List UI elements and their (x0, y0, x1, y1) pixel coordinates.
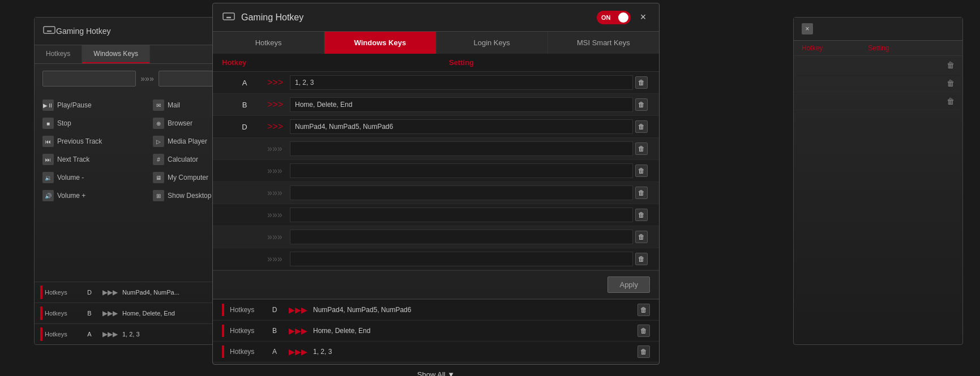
bottom-type-2: Hotkeys (230, 348, 264, 356)
media-item-volume-down[interactable]: 🔉 Volume - (42, 170, 142, 185)
td-arrow-5: »»» (267, 188, 290, 198)
arrow-right-icon: »»» (140, 74, 153, 83)
right-delete-0[interactable]: 🗑 (947, 60, 955, 70)
td-del-8: 🗑 (633, 253, 650, 265)
volume-down-icon: 🔉 (42, 172, 54, 183)
right-col-hotkey: Hotkey (802, 44, 823, 52)
td-setting-5[interactable] (290, 185, 633, 200)
mail-icon: ✉ (153, 100, 164, 111)
bottom-key-0: D (266, 306, 283, 314)
footer-key-0: D (81, 289, 98, 296)
delete-row-5[interactable]: 🗑 (635, 187, 648, 199)
td-setting-6[interactable] (290, 208, 633, 222)
footer-value-1: Home, Delete, End (122, 310, 175, 317)
bottom-arrow-1: ▶▶▶ (285, 326, 311, 335)
footer-value-0: NumPad4, NumPa... (122, 289, 179, 296)
bottom-tag-1 (222, 325, 224, 337)
tab-hotkeys[interactable]: Hotkeys (213, 32, 324, 54)
right-close-button[interactable]: × (802, 23, 813, 34)
delete-row-1[interactable]: 🗑 (635, 98, 648, 111)
td-arrow-2: >>> (267, 122, 290, 132)
volume-up-icon: 🔊 (42, 190, 54, 201)
media-item-volume-up[interactable]: 🔊 Volume + (42, 188, 142, 203)
toggle-switch[interactable]: ON (597, 11, 631, 24)
tab-windows-keys[interactable]: Windows Keys (324, 32, 436, 54)
apply-button[interactable]: Apply (607, 276, 650, 293)
bottom-key-2: A (266, 348, 283, 356)
table-row-0: A >>> 1, 2, 3 🗑 (213, 72, 659, 94)
td-del-7: 🗑 (633, 231, 650, 243)
td-arrow-6: »»» (267, 210, 290, 220)
next-track-icon: ⏭ (42, 154, 54, 165)
right-col-setting: Setting (868, 44, 889, 52)
bottom-delete-2[interactable]: 🗑 (637, 345, 650, 358)
table-header-row: Hotkey Setting (213, 54, 659, 72)
footer-type-0: Hotkeys (45, 289, 79, 296)
bottom-tag-0 (222, 304, 224, 316)
bg-panel-title: Gaming Hotkey (56, 27, 110, 36)
footer-type-1: Hotkeys (45, 310, 79, 317)
prev-track-icon: ⏮ (42, 136, 54, 147)
tab-msi-smart-keys[interactable]: MSI Smart Keys (548, 32, 659, 54)
bottom-arrow-0: ▶▶▶ (285, 305, 311, 314)
delete-row-6[interactable]: 🗑 (635, 209, 648, 221)
footer-arrow-1: ▶▶▶ (100, 309, 120, 317)
delete-row-4[interactable]: 🗑 (635, 165, 648, 177)
media-item-playpause[interactable]: ▶⏸ Play/Pause (42, 98, 142, 113)
bottom-value-1: Home, Delete, End (313, 327, 635, 335)
keyboard-icon (42, 23, 56, 39)
bottom-value-2: 1, 2, 3 (313, 348, 635, 356)
tab-login-keys[interactable]: Login Keys (436, 32, 548, 54)
delete-row-0[interactable]: 🗑 (635, 76, 648, 89)
delete-row-7[interactable]: 🗑 (635, 231, 648, 243)
table-row-2: D >>> NumPad4, NumPad5, NumPad6 🗑 (213, 116, 659, 138)
table-row-5: »»» 🗑 (213, 182, 659, 204)
media-item-next-track[interactable]: ⏭ Next Track (42, 152, 142, 167)
dialog-tabs: Hotkeys Windows Keys Login Keys MSI Smar… (213, 32, 659, 54)
main-dialog: Gaming Hotkey ON × Hotkeys Windows Keys … (212, 3, 660, 365)
bottom-tag-2 (222, 345, 224, 358)
bottom-row-1: Hotkeys B ▶▶▶ Home, Delete, End 🗑 (213, 321, 659, 342)
delete-row-3[interactable]: 🗑 (635, 142, 648, 155)
td-hotkey-1: B (222, 101, 267, 109)
footer-tag-0 (40, 286, 42, 299)
dialog-close-button[interactable]: × (636, 11, 650, 24)
td-setting-4[interactable] (290, 163, 633, 178)
bottom-delete-1[interactable]: 🗑 (637, 325, 650, 337)
delete-row-8[interactable]: 🗑 (635, 253, 648, 265)
playpause-icon: ▶⏸ (42, 100, 54, 111)
media-item-stop[interactable]: ■ Stop (42, 116, 142, 131)
td-setting-2[interactable]: NumPad4, NumPad5, NumPad6 (290, 119, 633, 134)
footer-tag-2 (40, 327, 42, 341)
delete-row-2[interactable]: 🗑 (635, 120, 648, 133)
th-setting: Setting (290, 58, 633, 67)
td-setting-1[interactable]: Home, Delete, End (290, 97, 633, 112)
td-setting-3[interactable] (290, 141, 633, 156)
td-setting-8[interactable] (290, 252, 633, 266)
my-computer-icon: 🖥 (153, 172, 164, 183)
bg-panel-tab-windows-keys[interactable]: Windows Keys (82, 45, 150, 63)
svg-rect-0 (44, 27, 55, 33)
media-item-prev-track[interactable]: ⏮ Previous Track (42, 134, 142, 149)
td-del-3: 🗑 (633, 142, 650, 155)
right-delete-2[interactable]: 🗑 (947, 97, 955, 106)
show-all-button[interactable]: Show All ▼ (417, 370, 455, 376)
table-row-8: »»» 🗑 (213, 248, 659, 270)
table-row-7: »»» 🗑 (213, 226, 659, 248)
show-desktop-icon: ⊞ (153, 190, 164, 201)
footer-arrow-2: ▶▶▶ (100, 330, 120, 338)
bg-panel-input-left[interactable] (42, 71, 136, 87)
bottom-delete-0[interactable]: 🗑 (637, 304, 650, 316)
right-panel-header: × (794, 18, 962, 41)
bg-panel-tab-hotkeys[interactable]: Hotkeys (35, 45, 82, 63)
right-delete-1[interactable]: 🗑 (947, 79, 955, 88)
right-data-row-1: 🗑 (794, 74, 962, 92)
td-arrow-3: »»» (267, 144, 290, 154)
td-hotkey-2: D (222, 123, 267, 131)
td-setting-0[interactable]: 1, 2, 3 (290, 75, 633, 90)
td-del-0: 🗑 (633, 76, 650, 89)
td-del-4: 🗑 (633, 165, 650, 177)
dialog-header-left: Gaming Hotkey (222, 10, 303, 25)
td-setting-7[interactable] (290, 230, 633, 244)
td-del-2: 🗑 (633, 120, 650, 133)
